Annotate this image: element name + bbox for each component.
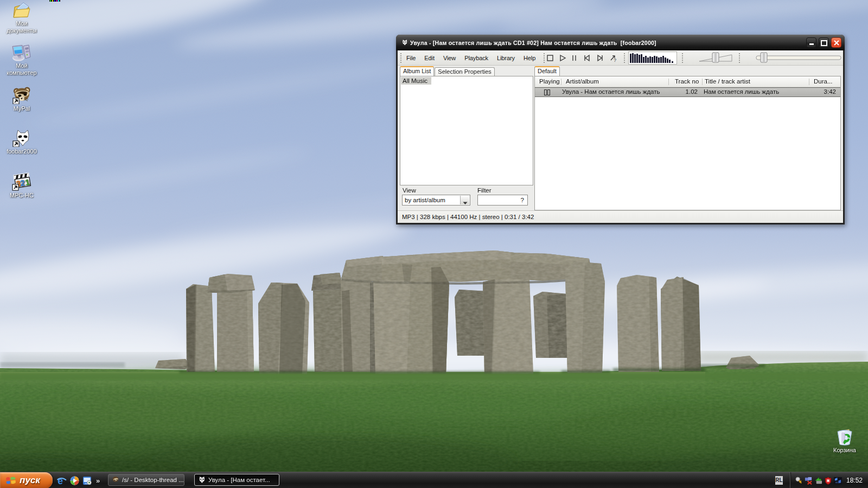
svg-text:e: e [58,476,63,486]
svg-text:?: ? [614,57,616,62]
